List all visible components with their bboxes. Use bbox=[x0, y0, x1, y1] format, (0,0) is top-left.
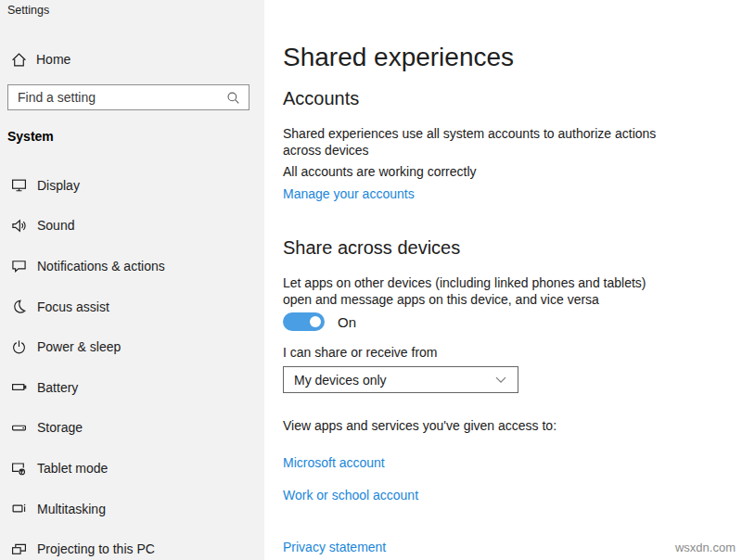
work-school-account-link[interactable]: Work or school account bbox=[283, 488, 418, 503]
main-content: Shared experiences Accounts Shared exper… bbox=[264, 0, 742, 560]
microsoft-account-link[interactable]: Microsoft account bbox=[283, 455, 385, 470]
sidebar-item-focus-assist[interactable]: Focus assist bbox=[0, 286, 264, 327]
projecting-icon bbox=[11, 541, 27, 557]
sidebar-item-label: Notifications & actions bbox=[37, 259, 165, 274]
toggle-knob bbox=[310, 316, 321, 327]
sidebar-item-label: Battery bbox=[37, 380, 78, 395]
sidebar-item-battery[interactable]: Battery bbox=[0, 367, 264, 408]
page-title: Shared experiences bbox=[283, 41, 514, 74]
search-input[interactable] bbox=[8, 90, 226, 105]
chevron-down-icon bbox=[495, 376, 506, 384]
dropdown-selected-value: My devices only bbox=[294, 373, 495, 388]
sidebar-item-label: Focus assist bbox=[37, 299, 109, 314]
sound-icon bbox=[11, 218, 27, 234]
app-title: Settings bbox=[7, 4, 49, 17]
sidebar-item-label: Sound bbox=[37, 218, 74, 233]
manage-accounts-link[interactable]: Manage your accounts bbox=[283, 186, 415, 201]
watermark: wsxdn.com bbox=[675, 541, 736, 554]
sidebar-item-storage[interactable]: Storage bbox=[0, 408, 264, 449]
sidebar-item-tablet-mode[interactable]: Tablet mode bbox=[0, 448, 264, 489]
share-across-devices-heading: Share across devices bbox=[283, 235, 460, 260]
storage-icon bbox=[11, 420, 27, 436]
sidebar-nav: Display Sound Notifications & actio bbox=[0, 165, 264, 560]
power-icon bbox=[11, 339, 27, 355]
notifications-icon bbox=[11, 258, 27, 274]
privacy-statement-link[interactable]: Privacy statement bbox=[283, 540, 386, 554]
settings-window: Settings Home System bbox=[0, 0, 742, 560]
battery-icon bbox=[11, 379, 27, 395]
sidebar-item-sound[interactable]: Sound bbox=[0, 206, 264, 247]
accounts-heading: Accounts bbox=[283, 86, 359, 110]
home-icon bbox=[11, 52, 27, 68]
sidebar-item-label: Storage bbox=[37, 420, 83, 435]
sidebar-item-label: Home bbox=[36, 52, 70, 67]
share-toggle[interactable] bbox=[283, 312, 325, 331]
sidebar-item-label: Power & sleep bbox=[37, 339, 121, 354]
share-from-dropdown[interactable]: My devices only bbox=[283, 366, 518, 393]
multitasking-icon bbox=[11, 501, 27, 516]
toggle-state-label: On bbox=[338, 314, 356, 330]
accounts-status: All accounts are working correctly bbox=[283, 164, 477, 181]
sidebar-item-power-sleep[interactable]: Power & sleep bbox=[0, 326, 264, 367]
sidebar: Settings Home System bbox=[0, 0, 264, 560]
sidebar-item-home[interactable]: Home bbox=[0, 45, 264, 74]
sidebar-item-notifications[interactable]: Notifications & actions bbox=[0, 246, 264, 286]
sidebar-item-label: Multitasking bbox=[37, 502, 106, 516]
sidebar-item-projecting[interactable]: Projecting to this PC bbox=[0, 528, 264, 560]
sidebar-item-label: Projecting to this PC bbox=[37, 541, 155, 556]
share-from-label: I can share or receive from bbox=[283, 345, 438, 362]
sidebar-item-label: Display bbox=[37, 178, 80, 193]
view-access-label: View apps and services you've given acce… bbox=[283, 418, 556, 435]
share-description: Let apps on other devices (including lin… bbox=[283, 275, 658, 308]
accounts-description: Shared experiences use all system accoun… bbox=[283, 126, 658, 159]
sidebar-item-display[interactable]: Display bbox=[0, 165, 264, 206]
search-box bbox=[7, 84, 249, 110]
sidebar-item-multitasking[interactable]: Multitasking bbox=[0, 489, 264, 529]
tablet-icon bbox=[11, 460, 27, 476]
display-icon bbox=[11, 177, 27, 193]
moon-icon bbox=[11, 299, 27, 314]
sidebar-section-system: System bbox=[7, 129, 54, 144]
share-toggle-row: On bbox=[283, 312, 356, 331]
sidebar-item-label: Tablet mode bbox=[37, 461, 108, 476]
search-icon[interactable] bbox=[226, 91, 240, 105]
